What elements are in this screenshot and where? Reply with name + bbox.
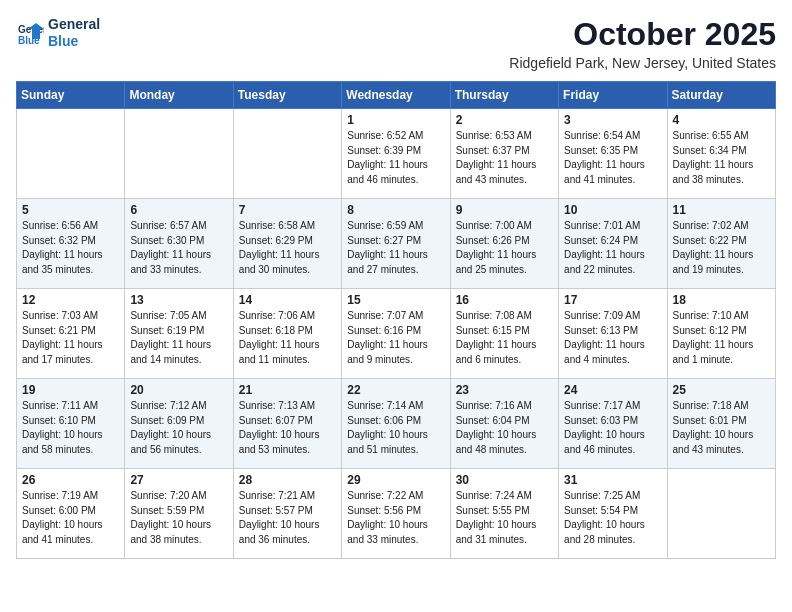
day-number: 16	[456, 293, 553, 307]
day-number: 21	[239, 383, 336, 397]
calendar-cell: 4Sunrise: 6:55 AM Sunset: 6:34 PM Daylig…	[667, 109, 775, 199]
calendar-cell: 21Sunrise: 7:13 AM Sunset: 6:07 PM Dayli…	[233, 379, 341, 469]
day-info: Sunrise: 7:17 AM Sunset: 6:03 PM Dayligh…	[564, 399, 661, 457]
calendar-header-row: SundayMondayTuesdayWednesdayThursdayFrid…	[17, 82, 776, 109]
calendar-cell: 30Sunrise: 7:24 AM Sunset: 5:55 PM Dayli…	[450, 469, 558, 559]
title-block: October 2025 Ridgefield Park, New Jersey…	[509, 16, 776, 71]
calendar-table: SundayMondayTuesdayWednesdayThursdayFrid…	[16, 81, 776, 559]
calendar-week-row: 12Sunrise: 7:03 AM Sunset: 6:21 PM Dayli…	[17, 289, 776, 379]
calendar-cell: 2Sunrise: 6:53 AM Sunset: 6:37 PM Daylig…	[450, 109, 558, 199]
day-number: 11	[673, 203, 770, 217]
day-number: 30	[456, 473, 553, 487]
day-number: 7	[239, 203, 336, 217]
calendar-cell	[667, 469, 775, 559]
calendar-cell: 6Sunrise: 6:57 AM Sunset: 6:30 PM Daylig…	[125, 199, 233, 289]
day-number: 5	[22, 203, 119, 217]
calendar-cell: 16Sunrise: 7:08 AM Sunset: 6:15 PM Dayli…	[450, 289, 558, 379]
calendar-cell: 23Sunrise: 7:16 AM Sunset: 6:04 PM Dayli…	[450, 379, 558, 469]
day-info: Sunrise: 7:19 AM Sunset: 6:00 PM Dayligh…	[22, 489, 119, 547]
day-info: Sunrise: 7:20 AM Sunset: 5:59 PM Dayligh…	[130, 489, 227, 547]
day-info: Sunrise: 7:21 AM Sunset: 5:57 PM Dayligh…	[239, 489, 336, 547]
day-info: Sunrise: 6:52 AM Sunset: 6:39 PM Dayligh…	[347, 129, 444, 187]
day-info: Sunrise: 6:58 AM Sunset: 6:29 PM Dayligh…	[239, 219, 336, 277]
day-info: Sunrise: 7:13 AM Sunset: 6:07 PM Dayligh…	[239, 399, 336, 457]
calendar-cell: 3Sunrise: 6:54 AM Sunset: 6:35 PM Daylig…	[559, 109, 667, 199]
calendar-cell: 25Sunrise: 7:18 AM Sunset: 6:01 PM Dayli…	[667, 379, 775, 469]
day-number: 15	[347, 293, 444, 307]
day-info: Sunrise: 7:02 AM Sunset: 6:22 PM Dayligh…	[673, 219, 770, 277]
location-subtitle: Ridgefield Park, New Jersey, United Stat…	[509, 55, 776, 71]
day-info: Sunrise: 7:01 AM Sunset: 6:24 PM Dayligh…	[564, 219, 661, 277]
calendar-cell: 15Sunrise: 7:07 AM Sunset: 6:16 PM Dayli…	[342, 289, 450, 379]
calendar-cell: 28Sunrise: 7:21 AM Sunset: 5:57 PM Dayli…	[233, 469, 341, 559]
day-number: 28	[239, 473, 336, 487]
day-number: 18	[673, 293, 770, 307]
day-number: 31	[564, 473, 661, 487]
day-info: Sunrise: 7:25 AM Sunset: 5:54 PM Dayligh…	[564, 489, 661, 547]
day-info: Sunrise: 7:24 AM Sunset: 5:55 PM Dayligh…	[456, 489, 553, 547]
calendar-cell	[233, 109, 341, 199]
day-number: 13	[130, 293, 227, 307]
month-title: October 2025	[509, 16, 776, 53]
day-info: Sunrise: 6:59 AM Sunset: 6:27 PM Dayligh…	[347, 219, 444, 277]
logo: General Blue General Blue	[16, 16, 100, 50]
day-number: 9	[456, 203, 553, 217]
calendar-cell: 12Sunrise: 7:03 AM Sunset: 6:21 PM Dayli…	[17, 289, 125, 379]
calendar-week-row: 19Sunrise: 7:11 AM Sunset: 6:10 PM Dayli…	[17, 379, 776, 469]
day-info: Sunrise: 7:06 AM Sunset: 6:18 PM Dayligh…	[239, 309, 336, 367]
calendar-week-row: 1Sunrise: 6:52 AM Sunset: 6:39 PM Daylig…	[17, 109, 776, 199]
calendar-cell: 26Sunrise: 7:19 AM Sunset: 6:00 PM Dayli…	[17, 469, 125, 559]
calendar-cell: 1Sunrise: 6:52 AM Sunset: 6:39 PM Daylig…	[342, 109, 450, 199]
day-number: 2	[456, 113, 553, 127]
calendar-cell: 14Sunrise: 7:06 AM Sunset: 6:18 PM Dayli…	[233, 289, 341, 379]
day-info: Sunrise: 6:53 AM Sunset: 6:37 PM Dayligh…	[456, 129, 553, 187]
day-info: Sunrise: 7:18 AM Sunset: 6:01 PM Dayligh…	[673, 399, 770, 457]
day-info: Sunrise: 7:00 AM Sunset: 6:26 PM Dayligh…	[456, 219, 553, 277]
weekday-header-saturday: Saturday	[667, 82, 775, 109]
calendar-cell: 20Sunrise: 7:12 AM Sunset: 6:09 PM Dayli…	[125, 379, 233, 469]
weekday-header-sunday: Sunday	[17, 82, 125, 109]
day-info: Sunrise: 7:16 AM Sunset: 6:04 PM Dayligh…	[456, 399, 553, 457]
calendar-cell: 31Sunrise: 7:25 AM Sunset: 5:54 PM Dayli…	[559, 469, 667, 559]
logo-icon: General Blue	[16, 19, 44, 47]
day-info: Sunrise: 7:03 AM Sunset: 6:21 PM Dayligh…	[22, 309, 119, 367]
weekday-header-friday: Friday	[559, 82, 667, 109]
weekday-header-monday: Monday	[125, 82, 233, 109]
day-number: 25	[673, 383, 770, 397]
day-info: Sunrise: 6:54 AM Sunset: 6:35 PM Dayligh…	[564, 129, 661, 187]
day-number: 3	[564, 113, 661, 127]
calendar-cell: 17Sunrise: 7:09 AM Sunset: 6:13 PM Dayli…	[559, 289, 667, 379]
calendar-cell: 29Sunrise: 7:22 AM Sunset: 5:56 PM Dayli…	[342, 469, 450, 559]
day-info: Sunrise: 7:14 AM Sunset: 6:06 PM Dayligh…	[347, 399, 444, 457]
day-number: 8	[347, 203, 444, 217]
calendar-cell: 11Sunrise: 7:02 AM Sunset: 6:22 PM Dayli…	[667, 199, 775, 289]
svg-text:General: General	[18, 24, 44, 35]
logo-text-general: General	[48, 16, 100, 33]
day-number: 1	[347, 113, 444, 127]
weekday-header-thursday: Thursday	[450, 82, 558, 109]
day-number: 24	[564, 383, 661, 397]
calendar-week-row: 5Sunrise: 6:56 AM Sunset: 6:32 PM Daylig…	[17, 199, 776, 289]
day-info: Sunrise: 7:10 AM Sunset: 6:12 PM Dayligh…	[673, 309, 770, 367]
day-number: 19	[22, 383, 119, 397]
day-number: 26	[22, 473, 119, 487]
calendar-cell: 5Sunrise: 6:56 AM Sunset: 6:32 PM Daylig…	[17, 199, 125, 289]
day-info: Sunrise: 6:56 AM Sunset: 6:32 PM Dayligh…	[22, 219, 119, 277]
calendar-cell: 13Sunrise: 7:05 AM Sunset: 6:19 PM Dayli…	[125, 289, 233, 379]
calendar-week-row: 26Sunrise: 7:19 AM Sunset: 6:00 PM Dayli…	[17, 469, 776, 559]
day-number: 12	[22, 293, 119, 307]
weekday-header-wednesday: Wednesday	[342, 82, 450, 109]
day-info: Sunrise: 7:22 AM Sunset: 5:56 PM Dayligh…	[347, 489, 444, 547]
calendar-cell	[17, 109, 125, 199]
day-info: Sunrise: 6:55 AM Sunset: 6:34 PM Dayligh…	[673, 129, 770, 187]
day-info: Sunrise: 6:57 AM Sunset: 6:30 PM Dayligh…	[130, 219, 227, 277]
day-info: Sunrise: 7:08 AM Sunset: 6:15 PM Dayligh…	[456, 309, 553, 367]
day-info: Sunrise: 7:12 AM Sunset: 6:09 PM Dayligh…	[130, 399, 227, 457]
day-number: 14	[239, 293, 336, 307]
calendar-cell: 7Sunrise: 6:58 AM Sunset: 6:29 PM Daylig…	[233, 199, 341, 289]
day-number: 29	[347, 473, 444, 487]
logo-text-blue: Blue	[48, 33, 100, 50]
calendar-cell	[125, 109, 233, 199]
day-number: 4	[673, 113, 770, 127]
page-header: General Blue General Blue October 2025 R…	[16, 16, 776, 71]
